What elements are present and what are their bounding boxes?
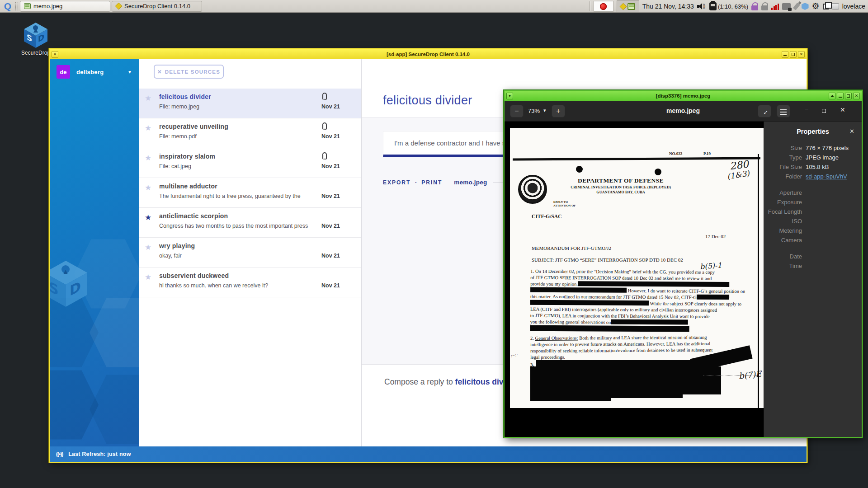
- fullscreen-button[interactable]: ↔: [758, 105, 771, 117]
- viewer-headerbar: − 73% ▾ + memo.jpeg ↔ − ✕: [505, 101, 862, 122]
- office-symbol: CITF-G/SAC: [532, 214, 561, 219]
- prop-label: File Size: [764, 164, 806, 170]
- source-row[interactable]: ★ subservient duckweed hi thanks so much…: [139, 267, 361, 297]
- vm-indicator-panel[interactable]: [617, 0, 639, 12]
- delete-sources-button[interactable]: ✕ DELETE SOURCES: [154, 65, 224, 79]
- shade-button[interactable]: [829, 93, 835, 99]
- record-dot-icon: [600, 3, 607, 10]
- viewer-canvas[interactable]: NO.022 P.19 280 (1&3) DEPARTMENT OF DEFE…: [505, 122, 862, 437]
- star-icon[interactable]: ★: [145, 243, 151, 252]
- memo-document: NO.022 P.19 280 (1&3) DEPARTMENT OF DEFE…: [510, 128, 764, 408]
- minimize-button[interactable]: [782, 51, 788, 58]
- source-row[interactable]: ★ multilane adductor The fundamental rig…: [139, 178, 361, 208]
- taskbar-window-memo[interactable]: memo.jpeg: [20, 1, 110, 12]
- volume-icon[interactable]: )): [697, 3, 706, 10]
- properties-title: Properties: [764, 128, 862, 135]
- desktop-icon-label: SecureDrop: [20, 50, 52, 56]
- signal-bars-icon[interactable]: [771, 3, 779, 10]
- source-title: wry playing: [159, 242, 195, 249]
- maximize-button[interactable]: [790, 51, 797, 58]
- source-row[interactable]: ★ felicitous divider File: memo.jpeg Nov…: [139, 89, 361, 118]
- prop-value: JPEG image: [806, 154, 839, 161]
- source-preview: okay, fair: [159, 253, 182, 259]
- sidebar: S D de dellsberg ▾: [50, 59, 139, 446]
- viewer-titlebar[interactable]: ▾ [disp3376] memo.jpeg ✕: [505, 91, 862, 101]
- taskbar-window-label: SecureDrop Client 0.14.0: [124, 3, 190, 9]
- lock-gray-icon[interactable]: [761, 5, 768, 10]
- source-date: Nov 21: [321, 253, 340, 259]
- star-icon[interactable]: ★: [145, 123, 151, 133]
- maximize-button[interactable]: [822, 107, 826, 114]
- redaction-bar: [530, 300, 649, 305]
- scan-scribble: :~:·: [510, 352, 519, 358]
- star-icon[interactable]: ★: [145, 213, 151, 222]
- doc-subheading: CRIMINAL INVESTIGATION TASK FORCE (DEPLO…: [546, 185, 695, 189]
- paperclip-icon: [322, 93, 327, 100]
- clock[interactable]: Thu 21 Nov, 14:33: [642, 3, 694, 10]
- source-preview: Congress has two months to pass the most…: [159, 223, 308, 229]
- star-icon[interactable]: ★: [145, 183, 151, 192]
- clipboard-icon[interactable]: [823, 4, 829, 9]
- compose-placeholder: Compose a reply to: [384, 377, 455, 386]
- prop-label: Time: [764, 263, 806, 269]
- source-title: recuperative unveiling: [159, 123, 228, 130]
- vm-screen-icon: [627, 3, 635, 10]
- close-button[interactable]: ✕: [853, 93, 860, 99]
- menu-button[interactable]: [777, 105, 790, 117]
- usb-device-icon[interactable]: [793, 2, 800, 10]
- memo-paragraph-1: 1. On 14 December 02, prior the “Decisio…: [530, 268, 745, 333]
- close-icon: ✕: [157, 69, 162, 75]
- minimize-button[interactable]: −: [805, 106, 808, 113]
- securedrop-titlebar[interactable]: ▾ [sd-app] SecureDrop Client 0.14.0 ✕: [50, 49, 807, 59]
- attachment-link[interactable]: memo.jpeg: [454, 179, 487, 186]
- close-icon[interactable]: ✕: [849, 128, 854, 135]
- logged-in-user[interactable]: lovelace: [842, 3, 865, 10]
- prop-label: Type: [764, 154, 806, 161]
- redaction-bar: [697, 295, 729, 300]
- print-button[interactable]: PRINT: [421, 179, 442, 186]
- folder-link[interactable]: sd-app-SpuVhV: [806, 173, 847, 180]
- export-button[interactable]: EXPORT: [383, 179, 410, 186]
- user-menu[interactable]: de dellsberg ▾: [50, 59, 139, 84]
- close-button[interactable]: ✕: [840, 106, 845, 113]
- source-row[interactable]: ★ inspiratory slalom File: cat.jpeg Nov …: [139, 148, 361, 178]
- user-name: dellsberg: [76, 69, 104, 75]
- redaction-bar: [530, 325, 689, 332]
- attention-of-label: ATTENTION OF: [553, 204, 576, 207]
- taskbar-window-securedrop[interactable]: SecureDrop Client 0.14.0: [112, 1, 202, 12]
- prop-label: Size: [764, 145, 806, 151]
- lock-purple-icon[interactable]: [751, 5, 758, 10]
- fullscreen-icon: ↔: [760, 106, 770, 117]
- redaction-block: [605, 394, 683, 398]
- qubes-menu-icon[interactable]: Q: [2, 1, 14, 12]
- redaction-block: [530, 366, 721, 394]
- close-button[interactable]: ✕: [798, 51, 805, 58]
- source-date: Nov 21: [321, 133, 340, 140]
- vm-cube-icon: [620, 3, 627, 10]
- securedrop-cube-icon: S D: [24, 23, 47, 48]
- disk-space-icon[interactable]: [832, 3, 839, 9]
- screen-record-indicator[interactable]: [594, 1, 613, 12]
- minimize-button[interactable]: [837, 93, 844, 99]
- star-icon[interactable]: ★: [145, 272, 151, 282]
- qubes-domains-icon[interactable]: [802, 3, 809, 10]
- tray-separator: [590, 1, 590, 11]
- source-date: Nov 21: [321, 193, 340, 199]
- image-viewer-window: ▾ [disp3376] memo.jpeg ✕ − 73% ▾ + memo.…: [504, 90, 863, 438]
- desktop-icon-securedrop[interactable]: S D SecureDrop: [20, 23, 52, 56]
- battery-label: (1:10, 63%): [718, 3, 748, 10]
- star-icon[interactable]: ★: [145, 94, 151, 103]
- source-row[interactable]: ★ recuperative unveiling File: memo.pdf …: [139, 118, 361, 148]
- battery-icon[interactable]: [709, 2, 717, 10]
- source-preview: hi thanks so much. when can we receive i…: [159, 282, 268, 289]
- dod-seal: [518, 175, 547, 204]
- updates-gear-icon[interactable]: ⚙: [812, 3, 820, 10]
- chevron-down-icon: ▾: [128, 69, 131, 75]
- star-icon[interactable]: ★: [145, 153, 151, 163]
- source-row[interactable]: ★ anticlimactic scorpion Congress has tw…: [139, 208, 361, 238]
- network-lock-icon[interactable]: [782, 3, 791, 10]
- redaction-bar: [611, 319, 688, 325]
- source-row[interactable]: ★ wry playing okay, fair Nov 21: [139, 238, 361, 267]
- taskbar-window-label: memo.jpeg: [33, 3, 62, 9]
- maximize-button[interactable]: [845, 93, 852, 99]
